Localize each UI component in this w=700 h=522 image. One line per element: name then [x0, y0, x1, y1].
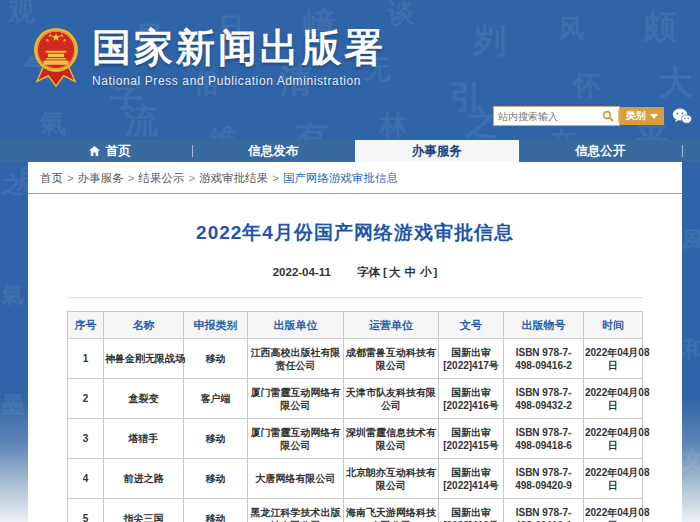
cell-operator: 海南飞天游网络科技有限公司	[344, 499, 439, 522]
cell-name: 神兽金刚无限战场	[104, 339, 184, 379]
cell-name: 盒裂变	[104, 379, 184, 419]
table-row: 5指尖三国移动黑龙江科学技术出版社有限公司海南飞天游网络科技有限公司国新出审[2…	[68, 499, 643, 522]
cell-publisher: 黑龙江科学技术出版社有限公司	[248, 499, 344, 522]
chevron-down-icon	[650, 114, 658, 119]
nav-tab-3[interactable]: 办事服务	[355, 140, 519, 162]
cell-publisher: 江西高校出版社有限责任公司	[248, 339, 344, 379]
cell-name: 前进之路	[104, 459, 184, 499]
search-category-dropdown[interactable]: 类别	[620, 107, 664, 125]
column-header-date: 时间	[584, 312, 643, 339]
cell-doc-number: 国新出审[2022]415号	[439, 419, 504, 459]
cell-operator: 天津市队友科技有限公司	[344, 379, 439, 419]
nav-tab-1[interactable]: 首页	[28, 140, 192, 162]
cell-date: 2022年04月08日	[584, 379, 643, 419]
column-header-doc-number: 文号	[439, 312, 504, 339]
breadcrumb-link[interactable]: 结果公示	[138, 172, 184, 184]
search-input[interactable]	[494, 108, 598, 124]
cell-isbn: ISBN 978-7-498-09416-2	[504, 339, 584, 379]
site-header: 国家新闻出版署 National Press and Publication A…	[0, 0, 700, 140]
cell-index: 1	[68, 339, 104, 379]
cell-name: 塔猎手	[104, 419, 184, 459]
font-bracket: ]	[433, 266, 437, 278]
table-header-row: 序号名称申报类别出版单位运营单位文号出版物号时间	[68, 312, 643, 339]
font-size-option[interactable]: 大	[389, 266, 401, 278]
content-panel: 首页>办事服务>结果公示>游戏审批结果>国产网络游戏审批信息 2022年4月份国…	[28, 162, 682, 522]
cell-category: 移动	[184, 459, 248, 499]
nav-tab-label: 信息公开	[575, 143, 625, 160]
breadcrumb: 首页>办事服务>结果公示>游戏审批结果>国产网络游戏审批信息	[28, 162, 682, 194]
nav-tab-2[interactable]: 信息发布	[192, 140, 356, 162]
cell-doc-number: 国新出审[2022]413号	[439, 499, 504, 522]
column-header-name: 名称	[104, 312, 184, 339]
cell-date: 2022年04月08日	[584, 499, 643, 522]
cell-name: 指尖三国	[104, 499, 184, 522]
cell-date: 2022年04月08日	[584, 339, 643, 379]
cell-doc-number: 国新出审[2022]417号	[439, 339, 504, 379]
breadcrumb-current: 国产网络游戏审批信息	[283, 172, 398, 184]
title-divider	[68, 297, 643, 298]
column-header-category: 申报类别	[184, 312, 248, 339]
breadcrumb-link[interactable]: 游戏审批结果	[199, 172, 268, 184]
publish-date: 2022-04-11	[273, 266, 331, 278]
nav-end-separator	[682, 145, 683, 157]
cell-doc-number: 国新出审[2022]416号	[439, 379, 504, 419]
breadcrumb-separator: >	[67, 172, 74, 184]
cell-publisher: 厦门雷霆互动网络有限公司	[248, 419, 344, 459]
font-size-option[interactable]: 小	[420, 266, 432, 278]
column-header-operator: 运营单位	[344, 312, 439, 339]
cell-operator: 成都雷兽互动科技有限公司	[344, 339, 439, 379]
breadcrumb-link[interactable]: 办事服务	[78, 172, 124, 184]
breadcrumb-separator: >	[188, 172, 195, 184]
column-header-isbn: 出版物号	[504, 312, 584, 339]
game-approval-table: 序号名称申报类别出版单位运营单位文号出版物号时间 1神兽金刚无限战场移动江西高校…	[67, 311, 643, 522]
search-icon	[602, 110, 614, 122]
cell-category: 移动	[184, 499, 248, 522]
cell-index: 5	[68, 499, 104, 522]
column-header-index: 序号	[68, 312, 104, 339]
font-size-label: 字体	[357, 266, 380, 278]
breadcrumb-separator: >	[272, 172, 279, 184]
site-search	[493, 106, 620, 126]
search-button[interactable]	[598, 107, 618, 125]
breadcrumb-separator: >	[128, 172, 135, 184]
cell-category: 客户端	[184, 379, 248, 419]
table-row: 4前进之路移动大唐网络有限公司北京朗亦互动科技有限公司国新出审[2022]414…	[68, 459, 643, 499]
search-divider	[618, 110, 619, 122]
site-subtitle: National Press and Publication Administr…	[92, 74, 386, 88]
breadcrumb-link[interactable]: 首页	[40, 172, 63, 184]
nav-tab-label: 办事服务	[412, 143, 462, 160]
column-header-publisher: 出版单位	[248, 312, 344, 339]
font-size-option[interactable]: 中	[404, 266, 416, 278]
home-icon	[89, 146, 100, 156]
cell-isbn: ISBN 978-7-498-09418-6	[504, 419, 584, 459]
table-row: 2盒裂变客户端厦门雷霆互动网络有限公司天津市队友科技有限公司国新出审[2022]…	[68, 379, 643, 419]
cell-publisher: 厦门雷霆互动网络有限公司	[248, 379, 344, 419]
cell-category: 移动	[184, 339, 248, 379]
page-title: 2022年4月份国产网络游戏审批信息	[28, 220, 682, 246]
main-nav: 首页信息发布办事服务信息公开	[0, 140, 700, 162]
nav-tab-4[interactable]: 信息公开	[519, 140, 683, 162]
cell-index: 3	[68, 419, 104, 459]
wechat-icon[interactable]	[672, 108, 692, 124]
cell-isbn: ISBN 978-7-498-09432-2	[504, 379, 584, 419]
site-title: 国家新闻出版署	[92, 26, 386, 70]
article-meta: 2022-04-11字体 [大中小]	[28, 265, 682, 280]
cell-index: 2	[68, 379, 104, 419]
cell-category: 移动	[184, 419, 248, 459]
cell-index: 4	[68, 459, 104, 499]
cell-doc-number: 国新出审[2022]414号	[439, 459, 504, 499]
cell-isbn: ISBN 978-7-498-09413-1	[504, 499, 584, 522]
cell-operator: 深圳雷霆信息技术有限公司	[344, 419, 439, 459]
cell-date: 2022年04月08日	[584, 459, 643, 499]
category-label: 类别	[626, 109, 646, 123]
cell-publisher: 大唐网络有限公司	[248, 459, 344, 499]
national-emblem-icon	[33, 26, 79, 96]
table-row: 3塔猎手移动厦门雷霆互动网络有限公司深圳雷霆信息技术有限公司国新出审[2022]…	[68, 419, 643, 459]
nav-tab-label: 首页	[106, 143, 131, 160]
cell-date: 2022年04月08日	[584, 419, 643, 459]
nav-tab-label: 信息发布	[248, 143, 298, 160]
cell-operator: 北京朗亦互动科技有限公司	[344, 459, 439, 499]
table-row: 1神兽金刚无限战场移动江西高校出版社有限责任公司成都雷兽互动科技有限公司国新出审…	[68, 339, 643, 379]
cell-isbn: ISBN 978-7-498-09420-9	[504, 459, 584, 499]
